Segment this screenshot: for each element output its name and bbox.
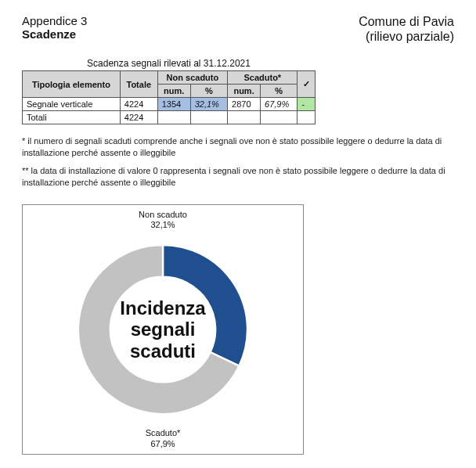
- footnote-1: * il numero di segnali scaduti comprende…: [22, 135, 454, 159]
- col-group-scaduto: Scaduto*: [228, 71, 298, 85]
- org-name: Comune di Pavia: [359, 14, 454, 29]
- header-right: Comune di Pavia (rilievo parziale): [359, 14, 454, 44]
- col-total: Totale: [120, 71, 157, 98]
- page-header: Appendice 3 Scadenze Comune di Pavia (ri…: [22, 14, 454, 44]
- donut-center-text: Incidenza segnali scaduti: [120, 297, 205, 362]
- totals-total: 4224: [120, 111, 157, 124]
- row-name: Segnale verticale: [23, 98, 121, 111]
- col-ns-num: num.: [157, 85, 190, 98]
- page-title: Scadenze: [22, 27, 87, 41]
- row-s-num: 2870: [228, 98, 261, 111]
- col-type: Tipologia elemento: [23, 71, 121, 98]
- col-group-nonscaduto: Non scaduto: [157, 71, 227, 85]
- col-s-pct: %: [261, 85, 298, 98]
- row-check: -: [298, 98, 316, 111]
- table-caption: Scadenza segnali rilevati al 31.12.2021: [22, 58, 316, 69]
- donut-ring: Incidenza segnali scaduti: [69, 236, 257, 423]
- totals-label: Totali: [23, 111, 121, 124]
- row-ns-num: 1354: [157, 98, 190, 111]
- table-row: Segnale verticale 4224 1354 32,1% 2870 6…: [23, 98, 316, 111]
- signals-table: Tipologia elemento Totale Non scaduto Sc…: [22, 70, 316, 124]
- header-left: Appendice 3 Scadenze: [22, 14, 87, 41]
- chart-label-scaduto: Scaduto* 67,9%: [23, 428, 303, 448]
- footnote-2: ** la data di installazione di valore 0 …: [22, 165, 454, 189]
- survey-note: (rilievo parziale): [359, 29, 454, 44]
- donut-chart: Non scaduto 32,1% Incidenza segnali scad…: [22, 204, 304, 455]
- table-totals-row: Totali 4224: [23, 111, 316, 124]
- row-s-pct: 67,9%: [261, 98, 298, 111]
- col-s-num: num.: [228, 85, 261, 98]
- row-ns-pct: 32,1%: [190, 98, 227, 111]
- row-total: 4224: [120, 98, 157, 111]
- col-check: ✓: [298, 71, 316, 98]
- col-ns-pct: %: [190, 85, 227, 98]
- chart-label-nonscaduto: Non scaduto 32,1%: [23, 210, 303, 230]
- appendix-label: Appendice 3: [22, 14, 87, 27]
- footnotes: * il numero di segnali scaduti comprende…: [22, 135, 454, 188]
